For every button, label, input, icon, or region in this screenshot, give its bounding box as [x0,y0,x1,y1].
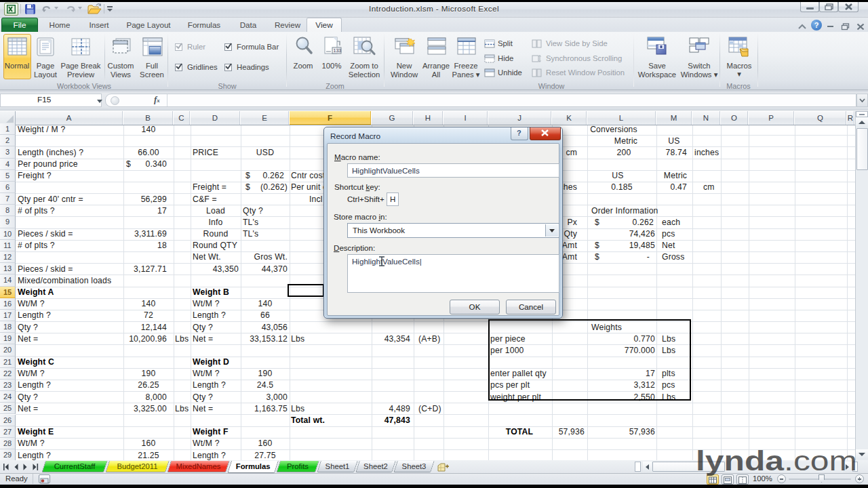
svg-text:133: 133 [334,48,342,53]
